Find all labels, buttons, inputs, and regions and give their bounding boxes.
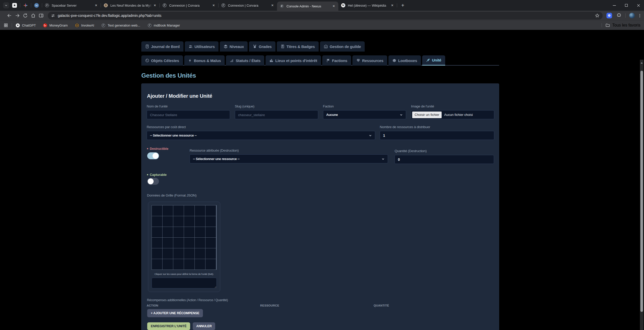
unit-slug-input[interactable] — [235, 110, 318, 119]
grid-json-textarea[interactable] — [152, 278, 217, 288]
extensions-puzzle-icon[interactable] — [616, 13, 622, 18]
nav-tab-guilde[interactable]: Gestion de guilde — [320, 41, 365, 52]
grid-cell[interactable] — [195, 248, 205, 259]
tab-close-icon[interactable]: ✕ — [153, 3, 157, 7]
nav-tab-lieux[interactable]: Lieux et points d'intérêt — [266, 55, 321, 66]
grid-cell[interactable] — [195, 205, 205, 216]
nav-tab-niveaux[interactable]: Niveaux — [220, 41, 248, 52]
add-reward-button[interactable]: + AJOUTER UNE RÉCOMPENSE — [147, 309, 203, 317]
grid-cell[interactable] — [163, 216, 173, 227]
grid-cell[interactable] — [205, 248, 216, 259]
grid-cell[interactable] — [184, 216, 194, 227]
nav-tab-factions[interactable]: Factions — [322, 55, 351, 66]
grid-cell[interactable] — [173, 227, 184, 237]
bookmark-item[interactable]: InvokeAI — [75, 23, 94, 28]
browser-tab[interactable]: Les Neuf Mondes de la Mythol ✕ — [101, 0, 159, 10]
pinned-tab-chatgpt[interactable] — [12, 3, 17, 8]
apps-grid-icon[interactable] — [4, 23, 8, 28]
all-bookmarks[interactable]: Tous les favoris — [598, 23, 640, 28]
page-scrollbar[interactable] — [640, 60, 643, 330]
grid-cell[interactable] — [205, 259, 216, 270]
new-tab-button[interactable]: + — [399, 2, 406, 9]
tab-close-icon[interactable]: ✕ — [332, 4, 336, 8]
grid-cell[interactable] — [195, 227, 205, 237]
grid-cell[interactable] — [163, 259, 173, 270]
save-unit-button[interactable]: ENREGISTRER L'UNITÉ — [147, 322, 190, 330]
nav-tab-statuts[interactable]: Statuts / États — [226, 55, 264, 66]
grid-cell[interactable] — [152, 216, 162, 227]
grid-cell[interactable] — [173, 248, 184, 259]
grid-cell[interactable] — [184, 227, 194, 237]
back-icon[interactable] — [7, 13, 12, 18]
nav-tab-unite[interactable]: Unité — [422, 55, 445, 66]
grid-cell[interactable] — [195, 216, 205, 227]
grid-cell[interactable] — [184, 259, 194, 270]
nav-tab-grades[interactable]: Grades — [249, 41, 275, 52]
choose-file-button[interactable]: Choisir un fichier — [412, 112, 442, 118]
faction-select[interactable]: Aucune — [323, 110, 406, 119]
grid-cell[interactable] — [173, 238, 184, 248]
grid-cell[interactable] — [163, 227, 173, 237]
browser-tab-active[interactable]: Console Admin - Nexus ✕ — [277, 2, 338, 11]
pinned-tab-gemini[interactable] — [23, 3, 28, 8]
unit-image-file-input[interactable]: Choisir un fichier Aucun fichier choisi — [411, 110, 494, 119]
capturable-toggle[interactable] — [147, 178, 159, 185]
destruction-qty-input[interactable] — [395, 155, 494, 164]
nav-tab-utilisateurs[interactable]: Utilisateurs — [185, 41, 218, 52]
bookmark-star-icon[interactable] — [595, 13, 600, 18]
bookmark-item[interactable]: mdBook Manager — [147, 23, 180, 28]
distribute-count-input[interactable] — [380, 131, 494, 140]
tab-close-icon[interactable]: ✕ — [212, 3, 216, 7]
nav-tab-bonus-malus[interactable]: Bonus & Malus — [184, 55, 225, 66]
browser-tab[interactable]: Connexion | Corvara ✕ — [160, 0, 218, 10]
nav-tab-titres-badges[interactable]: Titres & Badges — [277, 41, 319, 52]
grid-cell[interactable] — [173, 216, 184, 227]
bookmark-item[interactable]: ChatGPT — [16, 23, 36, 28]
grid-cell[interactable] — [163, 238, 173, 248]
url-text[interactable]: galactic-pve-conquest-c7fe.dev.flatlogic… — [58, 14, 162, 18]
reload-icon[interactable] — [23, 13, 28, 18]
address-bar[interactable]: galactic-pve-conquest-c7fe.dev.flatlogic… — [48, 12, 603, 20]
grid-cell[interactable] — [184, 248, 194, 259]
grid-cell[interactable] — [195, 259, 205, 270]
window-maximize-button[interactable] — [624, 3, 628, 7]
profile-avatar[interactable] — [629, 13, 635, 18]
grid-cell[interactable] — [173, 205, 184, 216]
forward-icon[interactable] — [15, 13, 20, 18]
scrollbar-thumb[interactable] — [640, 71, 643, 312]
browser-tab[interactable]: Connexion | Corvara ✕ — [218, 0, 277, 10]
unit-name-input[interactable] — [147, 110, 230, 119]
grid-cell[interactable] — [163, 205, 173, 216]
tab-close-icon[interactable]: ✕ — [270, 3, 274, 7]
browser-tab[interactable]: W Hel (déesse) — Wikipédia ✕ — [338, 0, 397, 10]
tab-close-icon[interactable]: ✕ — [390, 3, 394, 7]
shape-grid[interactable] — [152, 205, 217, 270]
grid-cell[interactable] — [205, 216, 216, 227]
side-panel-icon[interactable] — [39, 13, 44, 18]
pinned-tab-wordpress[interactable]: W — [34, 3, 39, 8]
menu-kebab-icon[interactable] — [638, 14, 642, 18]
cost-resource-select[interactable]: -- Sélectionner une ressource -- — [147, 131, 375, 140]
grid-cell[interactable] — [173, 259, 184, 270]
nav-tab-objets-celestes[interactable]: Objets Célestes — [141, 55, 183, 66]
window-close-button[interactable] — [636, 3, 640, 7]
bookmark-item[interactable]: MoneyGram — [43, 23, 68, 28]
tab-search-button[interactable] — [3, 2, 9, 8]
nav-tab-ressources[interactable]: Ressources — [352, 55, 387, 66]
grid-cell[interactable] — [195, 238, 205, 248]
grid-cell[interactable] — [152, 259, 162, 270]
grid-cell[interactable] — [152, 238, 162, 248]
grid-cell[interactable] — [184, 238, 194, 248]
bookmark-item[interactable]: Text generation web... — [101, 23, 140, 28]
window-minimize-button[interactable] — [612, 3, 616, 7]
grid-cell[interactable] — [152, 205, 162, 216]
scroll-up-icon[interactable] — [640, 62, 643, 64]
tab-close-icon[interactable]: ✕ — [94, 3, 98, 7]
destructible-toggle[interactable] — [147, 152, 159, 159]
grid-cell[interactable] — [152, 248, 162, 259]
grid-cell[interactable] — [205, 238, 216, 248]
nav-tab-lootboxes[interactable]: Lootboxes — [388, 55, 421, 66]
home-icon[interactable] — [31, 13, 36, 18]
site-settings-icon[interactable] — [51, 14, 55, 18]
cancel-button[interactable]: ANNULER — [193, 322, 215, 330]
